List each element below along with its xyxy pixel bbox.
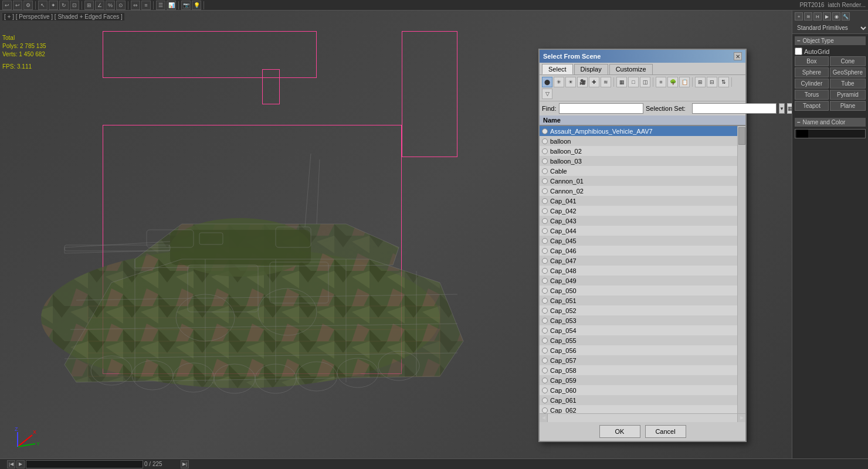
toolbar-icon-scale[interactable]: ⊡ (70, 1, 79, 10)
list-item[interactable]: Cap_055 (540, 335, 745, 345)
toolbar-icon-select[interactable]: ↖ (38, 1, 48, 10)
rp-icon-motion[interactable]: ▶ (823, 12, 831, 21)
list-item[interactable]: Cable (540, 166, 745, 176)
dt-icon-helpers[interactable]: ✚ (589, 77, 599, 87)
dt-icon-list-view[interactable]: ≡ (656, 77, 666, 87)
select-from-scene-dialog[interactable]: Select From Scene ✕ Select Display Custo… (538, 49, 747, 442)
autogrid-row[interactable]: AutoGrid (795, 47, 866, 55)
toolbar-icon-layer[interactable]: ☰ (156, 1, 165, 10)
tab-select[interactable]: Select (542, 64, 573, 74)
dt-icon-hierarchy[interactable]: 🌳 (667, 77, 678, 87)
btn-sphere[interactable]: Sphere (795, 67, 829, 77)
btn-pyramid[interactable]: Pyramid (830, 90, 866, 100)
list-item[interactable]: Cap_049 (540, 276, 745, 286)
list-item[interactable]: Cap_044 (540, 226, 745, 236)
dialog-object-list[interactable]: Assault_Amphibious_Vehicle_AAV7balloonba… (540, 126, 745, 413)
toolbar-icon-spinner[interactable]: ⊙ (116, 1, 126, 10)
list-item[interactable]: Cap_043 (540, 216, 745, 226)
color-swatch-black[interactable] (796, 130, 808, 138)
rp-icon-modify[interactable]: ≋ (804, 12, 812, 21)
main-toolbar[interactable]: ↩ ↩ ⚙ ↖ ✦ ↻ ⊡ ⊞ ∠ % ⊙ ⇔ ≡ ☰ 📊 📷 💡 PRT201… (0, 0, 868, 11)
list-item[interactable]: Cap_046 (540, 246, 745, 256)
rp-icon-utilities[interactable]: 🔧 (842, 12, 850, 21)
dt-icon-geometry[interactable]: ⬤ (542, 77, 552, 87)
toolbar-icon-mirror[interactable]: ⇔ (131, 1, 140, 10)
btn-geosphere[interactable]: GeoSphere (830, 67, 866, 77)
dt-icon-lights[interactable]: ☀ (565, 77, 576, 87)
list-item[interactable]: Cap_056 (540, 345, 745, 355)
dt-icon-all[interactable]: ▦ (616, 77, 627, 87)
right-panel-header[interactable]: + ≋ H ▶ ◉ 🔧 (792, 11, 868, 22)
toolbar-icon-2[interactable]: ↩ (13, 1, 22, 10)
dialog-scrollbar[interactable] (737, 126, 745, 413)
track-bar[interactable]: |◀ ▶ 0 / 225 ▶| (7, 460, 189, 468)
rp-icon-hierarchy[interactable]: H (813, 12, 822, 21)
timeline-bar[interactable] (26, 460, 143, 468)
name-and-color-header[interactable]: – Name and Color (795, 118, 866, 127)
dt-icon-cameras[interactable]: 🎥 (577, 77, 588, 87)
btn-box[interactable]: Box (795, 56, 829, 66)
list-item[interactable]: Cap_057 (540, 355, 745, 365)
toolbar-icon-rotate[interactable]: ↻ (59, 1, 69, 10)
list-item[interactable]: Cap_062 (540, 405, 745, 413)
toolbar-icon-graph[interactable]: 📊 (167, 1, 176, 10)
scrollbar-thumb[interactable] (738, 127, 745, 145)
dialog-find-row[interactable]: Find: Selection Set: ▼ ▦ ◫ ▽ (540, 101, 745, 115)
tab-customize[interactable]: Customize (609, 64, 653, 74)
toolbar-icon-percent[interactable]: % (106, 1, 115, 10)
dt-icon-expand[interactable]: ⊞ (695, 77, 706, 87)
find-input[interactable] (559, 103, 643, 114)
dt-icon-spacewarp[interactable]: ≋ (601, 77, 611, 87)
dt-icon-shapes[interactable]: ✳ (554, 77, 564, 87)
hscroll-track[interactable] (548, 414, 737, 422)
dt-icon-detail[interactable]: 📋 (679, 77, 690, 87)
toolbar-icon-angle[interactable]: ∠ (95, 1, 104, 10)
object-type-header[interactable]: – Object Type (795, 36, 866, 45)
dialog-titlebar[interactable]: Select From Scene ✕ (540, 50, 745, 63)
play-button[interactable]: ▶ (16, 460, 25, 468)
list-item[interactable]: Cap_053 (540, 315, 745, 325)
list-item[interactable]: Cap_061 (540, 395, 745, 405)
tab-display[interactable]: Display (574, 64, 608, 74)
list-item[interactable]: balloon_02 (540, 146, 745, 156)
dialog-horizontal-scrollbar[interactable]: ◀ ▶ (540, 413, 745, 422)
prev-frame-button[interactable]: |◀ (7, 460, 15, 468)
toolbar-icon-3[interactable]: ⚙ (23, 1, 33, 10)
list-item[interactable]: Cap_059 (540, 375, 745, 385)
cancel-button[interactable]: Cancel (645, 425, 686, 438)
next-frame-button[interactable]: ▶| (181, 460, 189, 468)
rp-icon-display[interactable]: ◉ (832, 12, 840, 21)
list-item[interactable]: Cap_042 (540, 206, 745, 216)
dt-icon-filter[interactable]: ▽ (542, 89, 552, 99)
list-item[interactable]: Cannon_02 (540, 186, 745, 196)
dt-icon-none[interactable]: □ (628, 77, 639, 87)
list-item[interactable]: Cap_060 (540, 385, 745, 395)
dt-icon-sort[interactable]: ⇅ (718, 77, 729, 87)
btn-teapot[interactable]: Teapot (795, 101, 829, 111)
list-item[interactable]: Cannon_01 (540, 176, 745, 186)
list-item[interactable]: Cap_058 (540, 365, 745, 375)
dialog-toolbar[interactable]: ⬤ ✳ ☀ 🎥 ✚ ≋ ▦ □ ◫ ≡ 🌳 📋 (540, 75, 745, 101)
list-item[interactable]: balloon (540, 136, 745, 146)
btn-cone[interactable]: Cone (830, 56, 866, 66)
selection-set-dropdown[interactable]: ▼ (779, 103, 785, 114)
rp-icon-create[interactable]: + (795, 12, 803, 21)
selection-set-input[interactable] (692, 103, 777, 114)
toolbar-icon-1[interactable]: ↩ (2, 1, 12, 10)
panel-dropdown[interactable]: Standard Primitives (792, 22, 868, 34)
autogrid-checkbox[interactable] (795, 47, 802, 55)
list-item[interactable]: Cap_041 (540, 196, 745, 206)
hscroll-right-button[interactable]: ▶ (737, 414, 745, 422)
dialog-buttons[interactable]: OK Cancel (540, 422, 745, 441)
dt-icon-collapse[interactable]: ⊟ (707, 77, 717, 87)
ok-button[interactable]: OK (599, 425, 640, 438)
btn-cylinder[interactable]: Cylinder (795, 79, 829, 89)
list-item[interactable]: Cap_050 (540, 286, 745, 295)
toolbar-icon-move[interactable]: ✦ (49, 1, 58, 10)
dialog-tab-bar[interactable]: Select Display Customize (540, 63, 745, 75)
list-item[interactable]: Cap_048 (540, 266, 745, 276)
toolbar-icon-snap[interactable]: ⊞ (84, 1, 94, 10)
list-item[interactable]: Cap_047 (540, 256, 745, 266)
statusbar[interactable]: |◀ ▶ 0 / 225 ▶| (0, 458, 868, 469)
viewport[interactable]: [ + ] [ Perspective ] [ Shaded + Edged F… (0, 11, 792, 458)
